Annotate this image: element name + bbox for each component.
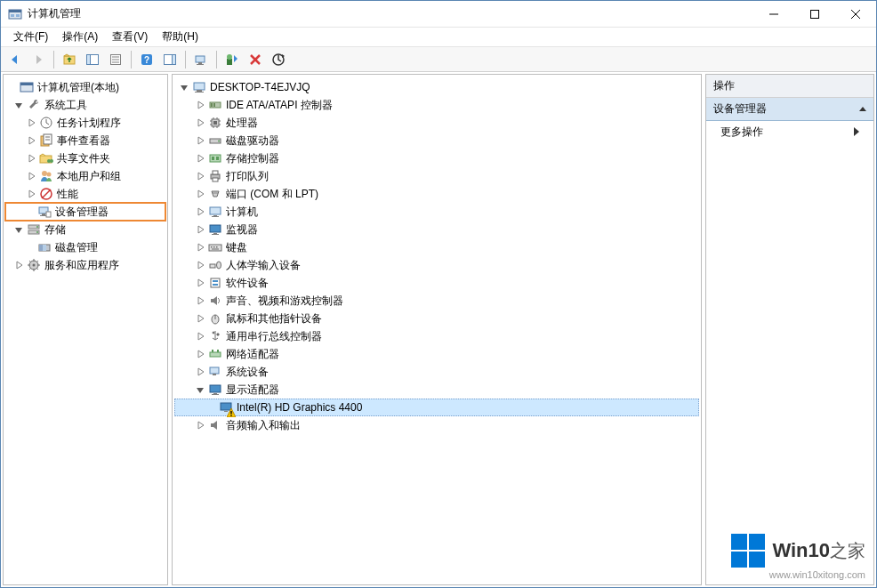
device-category-software[interactable]: 软件设备 <box>174 274 699 292</box>
expand-icon[interactable] <box>25 170 37 182</box>
expand-icon[interactable] <box>194 277 206 289</box>
device-category-processors[interactable]: 处理器 <box>174 114 699 132</box>
device-category-ide[interactable]: IDE ATA/ATAPI 控制器 <box>174 96 699 114</box>
back-button[interactable] <box>4 49 26 70</box>
properties-button[interactable] <box>105 49 126 70</box>
tree-performance[interactable]: 性能 <box>5 185 165 203</box>
watermark-brand: Win10之家 <box>772 539 865 563</box>
svg-rect-95 <box>213 280 218 282</box>
menu-file[interactable]: 文件(F) <box>6 28 55 46</box>
action-pane-button[interactable] <box>159 49 181 70</box>
device-category-print-queues[interactable]: 打印队列 <box>174 167 699 185</box>
expand-icon[interactable] <box>194 205 206 218</box>
expand-icon[interactable] <box>194 134 206 147</box>
device-category-hid[interactable]: 人体学输入设备 <box>174 256 699 274</box>
tree-services-apps[interactable]: 服务和应用程序 <box>5 256 165 274</box>
expand-icon[interactable] <box>194 366 206 378</box>
tree-local-users[interactable]: 本地用户和组 <box>5 167 165 185</box>
collapse-icon[interactable] <box>12 99 25 111</box>
tree-storage[interactable]: 存储 <box>5 221 165 238</box>
scan-hardware-button[interactable] <box>190 49 212 70</box>
menu-view[interactable]: 查看(V) <box>105 28 155 46</box>
tree-shared-folders[interactable]: 共享文件夹 <box>5 149 165 167</box>
expand-icon[interactable] <box>25 152 37 165</box>
tree-disk-management[interactable]: 磁盘管理 <box>5 238 165 256</box>
svg-rect-100 <box>212 350 213 352</box>
svg-rect-102 <box>210 367 219 374</box>
expand-icon[interactable] <box>194 170 206 182</box>
device-category-sound[interactable]: 声音、视频和游戏控制器 <box>174 292 699 310</box>
help-button[interactable]: ? <box>136 49 157 70</box>
actions-more[interactable]: 更多操作 <box>706 121 873 143</box>
device-category-monitors[interactable]: 监视器 <box>174 221 699 238</box>
device-category-ports[interactable]: 端口 (COM 和 LPT) <box>174 185 699 203</box>
up-button[interactable] <box>59 49 80 70</box>
menu-action[interactable]: 操作(A) <box>55 28 105 46</box>
tree-task-scheduler[interactable]: 任务计划程序 <box>5 114 165 132</box>
tree-label: 系统工具 <box>44 98 87 113</box>
tree-device-manager[interactable]: 设备管理器 <box>5 203 165 221</box>
device-category-storage-ctrl[interactable]: 存储控制器 <box>174 149 699 167</box>
tree-label: 本地用户和组 <box>57 169 121 184</box>
device-intel-gpu[interactable]: Intel(R) HD Graphics 4400 <box>174 399 699 416</box>
expand-icon[interactable] <box>194 419 206 431</box>
console-tree[interactable]: 计算机管理(本地) 系统工具 任务计划程序 <box>4 75 167 278</box>
device-label: 键盘 <box>226 240 247 255</box>
expand-icon[interactable] <box>25 188 37 200</box>
svg-point-36 <box>50 159 53 163</box>
device-root[interactable]: DESKTOP-T4EJVJQ <box>174 78 699 96</box>
device-category-computer[interactable]: 计算机 <box>174 203 699 221</box>
svg-point-80 <box>216 192 217 193</box>
device-tree[interactable]: DESKTOP-T4EJVJQ IDE ATA/ATAPI 控制器 处理器 磁盘… <box>173 75 701 438</box>
window-title: 计算机管理 <box>28 6 81 21</box>
expand-icon[interactable] <box>194 294 206 307</box>
expand-icon[interactable] <box>194 223 206 236</box>
expand-icon[interactable] <box>194 330 206 342</box>
expand-icon[interactable] <box>25 134 37 147</box>
expand-icon[interactable] <box>194 99 206 111</box>
device-category-audio-io[interactable]: 音频输入和输出 <box>174 416 699 434</box>
svg-rect-73 <box>212 157 214 160</box>
menu-help[interactable]: 帮助(H) <box>155 28 205 46</box>
console-tree-pane: 计算机管理(本地) 系统工具 任务计划程序 <box>3 74 168 585</box>
tree-event-viewer[interactable]: 事件查看器 <box>5 132 165 149</box>
svg-rect-84 <box>210 225 221 232</box>
expand-icon[interactable] <box>194 312 206 325</box>
device-category-system[interactable]: 系统设备 <box>174 363 699 381</box>
uninstall-device-button[interactable] <box>245 49 266 70</box>
device-category-disk-drives[interactable]: 磁盘驱动器 <box>174 132 699 149</box>
expand-icon[interactable] <box>194 241 206 254</box>
device-category-mice[interactable]: 鼠标和其他指针设备 <box>174 310 699 327</box>
device-label: DESKTOP-T4EJVJQ <box>210 81 310 93</box>
close-button[interactable] <box>835 1 876 28</box>
svg-rect-51 <box>43 245 46 251</box>
device-category-display[interactable]: 显示适配器 <box>174 381 699 399</box>
collapse-icon[interactable] <box>194 383 206 396</box>
expand-icon[interactable] <box>194 117 206 129</box>
minimize-button[interactable] <box>753 1 794 28</box>
expand-icon[interactable] <box>194 348 206 360</box>
maximize-button[interactable] <box>794 1 835 28</box>
svg-rect-59 <box>213 103 215 107</box>
expand-icon[interactable] <box>12 259 25 271</box>
svg-rect-19 <box>196 56 205 62</box>
tree-system-tools[interactable]: 系统工具 <box>5 96 165 114</box>
expand-icon[interactable] <box>194 188 206 200</box>
forward-button[interactable] <box>28 49 49 70</box>
collapse-icon[interactable] <box>178 81 190 93</box>
update-driver-button[interactable] <box>268 49 289 70</box>
expand-icon[interactable] <box>194 152 206 165</box>
device-category-usb[interactable]: 通用串行总线控制器 <box>174 327 699 345</box>
actions-section[interactable]: 设备管理器 <box>706 98 873 121</box>
show-hide-tree-button[interactable] <box>82 49 103 70</box>
collapse-icon[interactable] <box>12 223 25 236</box>
tree-label: 事件查看器 <box>57 133 110 149</box>
svg-point-48 <box>36 231 38 233</box>
tree-root-computer-mgmt[interactable]: 计算机管理(本地) <box>5 78 165 96</box>
enable-device-button[interactable] <box>221 49 243 70</box>
device-category-network[interactable]: 网络适配器 <box>174 345 699 363</box>
device-category-keyboards[interactable]: 键盘 <box>174 238 699 256</box>
expand-icon[interactable] <box>25 117 37 129</box>
actions-header: 操作 <box>706 75 873 98</box>
expand-icon[interactable] <box>194 259 206 271</box>
